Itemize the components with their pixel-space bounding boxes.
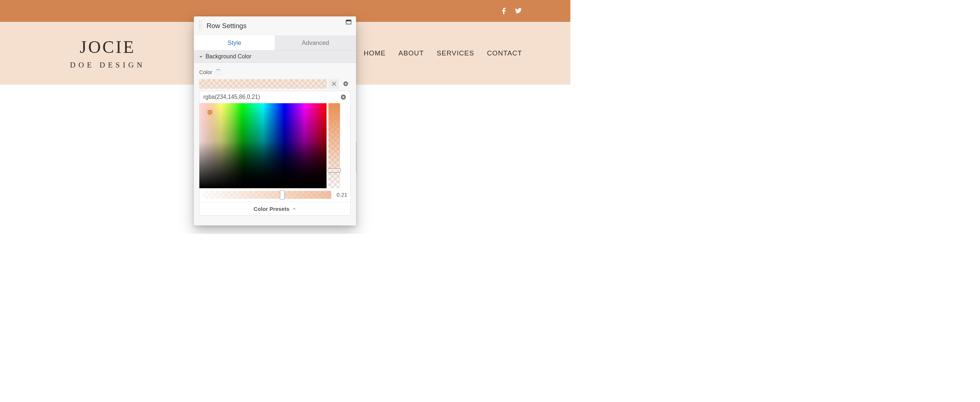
color-picker: 0.21 Color Presets — [199, 91, 351, 215]
color-presets-label: Color Presets — [254, 206, 290, 212]
add-color-button[interactable] — [341, 79, 351, 89]
tab-style[interactable]: Style — [194, 35, 275, 50]
color-field-label: Color — [199, 69, 212, 75]
save-preset-button[interactable] — [340, 94, 346, 100]
window-mode-icon[interactable] — [346, 20, 351, 24]
color-value-input[interactable] — [204, 94, 340, 100]
drag-handle-icon[interactable] — [199, 21, 204, 31]
tint-thumb[interactable] — [280, 190, 285, 200]
alpha-thumb[interactable] — [328, 168, 341, 173]
alpha-value: 0.21 — [334, 191, 347, 198]
primary-nav: HOME ABOUT SERVICES CONTACT — [364, 49, 522, 57]
loading-spinner-icon — [215, 69, 221, 75]
section-toggle-background-color[interactable]: Background Color — [194, 50, 356, 63]
clear-color-button[interactable] — [329, 79, 339, 89]
tint-slider[interactable] — [203, 191, 331, 199]
nav-contact[interactable]: CONTACT — [487, 49, 522, 57]
section-heading: Background Color — [205, 53, 251, 60]
chevron-up-icon — [292, 207, 296, 211]
twitter-icon[interactable] — [515, 7, 522, 15]
color-presets-toggle[interactable]: Color Presets — [199, 202, 350, 215]
brand-tagline: DOE DESIGN — [70, 61, 145, 70]
saturation-field[interactable] — [199, 103, 326, 188]
nav-about[interactable]: ABOUT — [398, 49, 424, 57]
facebook-icon[interactable] — [500, 7, 508, 15]
color-swatch[interactable] — [199, 79, 326, 89]
saturation-cursor[interactable] — [206, 109, 213, 116]
row-settings-panel: Row Settings Style Advanced Background C… — [194, 16, 356, 225]
nav-home[interactable]: HOME — [364, 49, 386, 57]
panel-tabs: Style Advanced — [194, 35, 356, 50]
brand-logo: JOCIE DOE DESIGN — [70, 37, 145, 70]
nav-services[interactable]: SERVICES — [437, 49, 474, 57]
panel-header[interactable]: Row Settings — [194, 16, 356, 35]
panel-title: Row Settings — [207, 22, 247, 30]
alpha-slider[interactable] — [328, 103, 340, 188]
brand-name: JOCIE — [70, 37, 145, 57]
chevron-down-icon — [199, 55, 203, 58]
tab-advanced[interactable]: Advanced — [275, 35, 356, 50]
svg-rect-1 — [346, 20, 351, 22]
